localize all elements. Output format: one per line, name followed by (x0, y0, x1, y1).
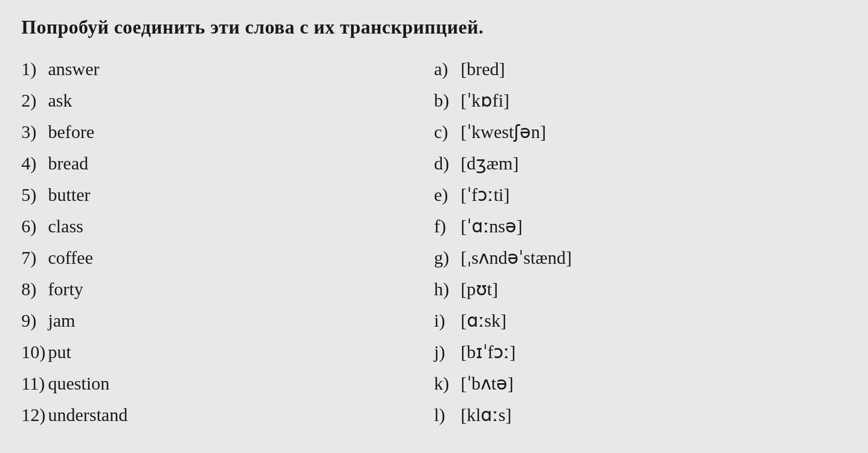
item-number: 9) (21, 307, 48, 334)
item-letter: h) (434, 276, 461, 303)
left-column: 1)answer2)ask3)before4)bread5)butter6)cl… (21, 54, 434, 430)
right-item: i)[ɑːsk] (434, 306, 847, 335)
item-word: jam (48, 307, 75, 334)
item-number: 1) (21, 55, 48, 83)
item-number: 5) (21, 181, 48, 208)
right-item: c)[ˈkwestʃən] (434, 117, 847, 147)
item-letter: c) (434, 118, 461, 145)
item-word: butter (48, 181, 90, 208)
page-container: Попробуй соединить эти слова с их транск… (21, 16, 847, 430)
item-transcription: [ˈfɔːti] (461, 181, 510, 208)
item-word: question (48, 370, 109, 397)
left-item: 1)answer (21, 54, 434, 84)
item-transcription: [bɪˈfɔː] (461, 338, 516, 366)
right-item: b)[ˈkɒfi] (434, 86, 847, 115)
item-word: before (48, 118, 94, 145)
item-letter: d) (434, 150, 461, 177)
item-number: 7) (21, 244, 48, 271)
item-word: bread (48, 150, 89, 177)
item-word: ask (48, 87, 72, 114)
right-item: k)[ˈbʌtə] (434, 369, 847, 398)
item-transcription: [klɑːs] (461, 401, 512, 428)
item-letter: g) (434, 244, 461, 271)
item-number: 6) (21, 213, 48, 240)
item-transcription: [ˈɑːnsə] (461, 213, 523, 240)
left-item: 8)forty (21, 274, 434, 304)
left-item: 5)butter (21, 180, 434, 209)
item-transcription: [bred] (461, 55, 505, 83)
item-word: coffee (48, 244, 93, 271)
item-letter: l) (434, 401, 461, 428)
right-item: h)[pʊt] (434, 274, 847, 304)
right-column: a)[bred]b)[ˈkɒfi]c)[ˈkwestʃən]d)[dʒæm]e)… (434, 54, 847, 430)
item-transcription: [ˈkɒfi] (461, 87, 509, 114)
item-transcription: [ɑːsk] (461, 307, 507, 334)
right-item: f)[ˈɑːnsə] (434, 212, 847, 241)
right-item: l)[klɑːs] (434, 400, 847, 430)
item-letter: e) (434, 181, 461, 208)
item-word: class (48, 213, 83, 240)
left-item: 3)before (21, 117, 434, 147)
item-transcription: [ˌsʌndəˈstænd] (461, 244, 572, 271)
left-item: 12)understand (21, 400, 434, 430)
item-word: answer (48, 55, 99, 83)
item-letter: a) (434, 55, 461, 83)
item-number: 12) (21, 401, 48, 428)
item-number: 2) (21, 87, 48, 114)
item-transcription: [ˈkwestʃən] (461, 118, 546, 145)
left-item: 6)class (21, 212, 434, 241)
right-item: a)[bred] (434, 54, 847, 84)
item-number: 11) (21, 370, 48, 397)
left-item: 4)bread (21, 149, 434, 178)
item-transcription: [dʒæm] (461, 150, 519, 177)
left-item: 7)coffee (21, 243, 434, 272)
item-number: 10) (21, 338, 48, 366)
item-number: 4) (21, 150, 48, 177)
instruction-text: Попробуй соединить эти слова с их транск… (21, 16, 847, 38)
item-word: put (48, 338, 71, 366)
left-item: 9)jam (21, 306, 434, 335)
item-transcription: [ˈbʌtə] (461, 370, 514, 397)
right-item: g)[ˌsʌndəˈstænd] (434, 243, 847, 272)
right-item: e)[ˈfɔːti] (434, 180, 847, 209)
item-letter: b) (434, 87, 461, 114)
left-item: 11)question (21, 369, 434, 398)
item-letter: f) (434, 213, 461, 240)
left-item: 10)put (21, 337, 434, 367)
item-transcription: [pʊt] (461, 276, 498, 303)
right-item: d)[dʒæm] (434, 149, 847, 178)
left-item: 2)ask (21, 86, 434, 115)
item-number: 3) (21, 118, 48, 145)
right-item: j)[bɪˈfɔː] (434, 337, 847, 367)
item-letter: j) (434, 338, 461, 366)
item-word: understand (48, 401, 128, 428)
columns-wrapper: 1)answer2)ask3)before4)bread5)butter6)cl… (21, 54, 847, 430)
item-number: 8) (21, 276, 48, 303)
item-letter: k) (434, 370, 461, 397)
item-letter: i) (434, 307, 461, 334)
item-word: forty (48, 276, 83, 303)
